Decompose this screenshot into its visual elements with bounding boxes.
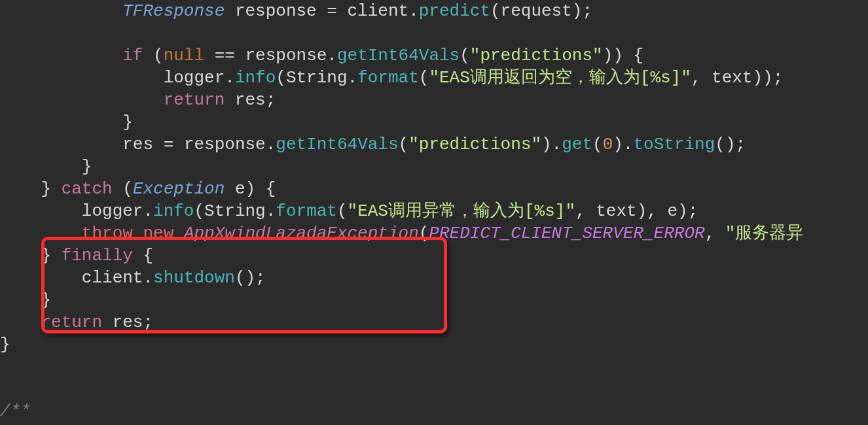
punc-token: . (408, 1, 419, 21)
var-token: text (596, 201, 636, 221)
punc-token: { (143, 246, 153, 265)
method-token: shutdown (153, 268, 235, 288)
var-token: response (245, 46, 327, 65)
punc-token: } (41, 246, 51, 265)
punc-token: ( (276, 68, 286, 88)
punc-token: (); (235, 268, 266, 288)
string-token: "predictions" (408, 135, 541, 154)
punc-token: ) { (245, 179, 276, 199)
method-token: toString (633, 135, 715, 154)
var-token: e (667, 201, 678, 221)
type-token: Exception (133, 179, 225, 199)
punc-token: } (82, 157, 92, 177)
class-token: String (286, 68, 348, 88)
const-token: PREDICT_CLIENT_SERVER_ERROR (429, 224, 704, 243)
punc-token: } (41, 290, 51, 310)
punc-token: ( (419, 224, 429, 243)
op-token: == (204, 46, 245, 65)
punc-token: ( (153, 46, 164, 65)
string-token: "predictions" (470, 46, 603, 65)
keyword-token: throw (82, 224, 133, 243)
var-token: client (82, 268, 143, 288)
punc-token: , (575, 201, 596, 221)
string-token: "服务器异 (725, 224, 804, 243)
var-token: e (235, 179, 245, 199)
punc-token: ( (460, 46, 470, 65)
punc-token: . (143, 201, 153, 221)
punc-token: . (143, 268, 153, 288)
punc-token: ). (613, 135, 633, 154)
method-token: info (153, 201, 194, 221)
var-token: res (122, 135, 153, 154)
method-token: predict (419, 1, 490, 21)
keyword-token: return (41, 313, 102, 332)
punc-token: } (122, 112, 133, 132)
punc-token: , (705, 224, 725, 243)
punc-token: ( (419, 68, 429, 88)
var-token: logger (164, 68, 225, 88)
op-token: = (164, 135, 174, 154)
var-token: response (184, 135, 266, 154)
keyword-token: return (164, 90, 225, 110)
punc-token: ; (266, 90, 276, 110)
keyword-token: if (122, 46, 143, 65)
punc-token: . (266, 201, 276, 221)
method-token: getInt64Vals (276, 135, 398, 154)
punc-token: } (41, 179, 51, 199)
punc-token: . (266, 135, 276, 154)
method-token: get (562, 135, 592, 154)
string-token: "EAS调用返回为空，输入为[%s]" (429, 68, 691, 88)
keyword-token: new (143, 224, 173, 243)
punc-token: ( (194, 201, 204, 221)
punc-token: ( (122, 179, 133, 199)
keyword-token: finally (62, 246, 133, 265)
method-token: info (235, 68, 276, 88)
punc-token: ), (637, 201, 668, 221)
var-token: client (348, 1, 409, 21)
punc-token: . (348, 68, 358, 88)
type-token: TFResponse (122, 1, 225, 21)
punc-token: ). (541, 135, 562, 154)
method-token: getInt64Vals (337, 46, 460, 65)
punc-token: . (327, 46, 337, 65)
punc-token: } (0, 335, 10, 354)
keyword-token: catch (62, 179, 113, 199)
number-token: 0 (603, 135, 613, 154)
punc-token: ); (678, 201, 698, 221)
var-token: request (501, 1, 572, 21)
punc-token: , (691, 68, 712, 88)
type-token: AppXwindLazadaException (184, 224, 419, 243)
code-editor[interactable]: TFResponse response = client.predict(req… (0, 0, 868, 422)
punc-token: ( (337, 201, 348, 221)
var-token: response (235, 1, 317, 21)
var-token: res (225, 90, 265, 110)
punc-token: ( (592, 135, 603, 154)
var-token: text (712, 68, 752, 88)
punc-token: )); (752, 68, 783, 88)
punc-token: (); (715, 135, 746, 154)
method-token: format (276, 201, 337, 221)
string-token: "EAS调用异常，输入为[%s]" (348, 201, 575, 221)
punc-token: ); (572, 1, 592, 21)
op-token: = (317, 1, 348, 21)
punc-token: ( (490, 1, 501, 21)
var-token: res (102, 313, 143, 332)
method-token: format (357, 68, 419, 88)
null-token: null (164, 46, 204, 65)
var-token: logger (82, 201, 143, 221)
class-token: String (204, 201, 266, 221)
comment-token: /** (0, 401, 31, 421)
punc-token: ( (399, 135, 409, 154)
punc-token: . (225, 68, 235, 88)
punc-token: ; (143, 313, 153, 332)
punc-token: )) { (603, 46, 643, 65)
